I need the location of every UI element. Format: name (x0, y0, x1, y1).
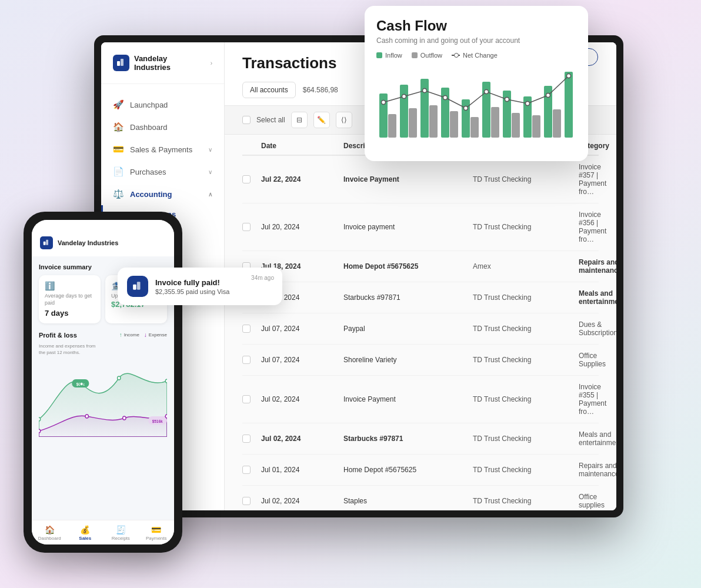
phone-header: Vandelay Industries (32, 220, 174, 256)
table-row[interactable]: Jul 07, 2024 Shoreline Variety TD Trust … (242, 345, 599, 376)
cell-description: Invoice Payment (343, 175, 473, 183)
phone-chart: $64k $516k (39, 360, 167, 437)
account-filter-dropdown[interactable]: All accounts (242, 82, 296, 98)
phone-nav-receipts[interactable]: 🧾 Receipts (103, 525, 139, 541)
table-row[interactable]: Jul 02, 2024 Staples TD Trust Checking O… (242, 486, 599, 510)
invoice-notification: Invoice fully paid! $2,355.95 paid using… (118, 268, 282, 305)
table-row[interactable]: Jul 07, 2024 Paypal TD Trust Checking Du… (242, 313, 599, 345)
table-row[interactable]: Jul 01, 2024 Home Depot #5675625 TD Trus… (242, 455, 599, 486)
sales-chevron-icon: ∨ (208, 146, 212, 153)
sidebar-item-sales[interactable]: 💳 Sales & Payments ∨ (101, 138, 224, 161)
action-icon-edit[interactable]: ✏️ (313, 112, 330, 128)
row-checkbox[interactable] (242, 395, 251, 403)
info-icon: ℹ️ (45, 281, 95, 290)
accounting-label: Accounting (130, 190, 172, 199)
cell-date: Jul 02, 2024 (261, 395, 343, 403)
cell-category: Meals and entertainment (579, 289, 616, 306)
sidebar-item-dashboard[interactable]: 🏠 Dashboard (101, 116, 224, 138)
sidebar-item-purchases[interactable]: 📄 Purchases ∨ (101, 161, 224, 183)
row-checkbox[interactable] (242, 497, 251, 505)
phone-frame: Vandelay Industries Invoice summary ℹ️ A… (24, 212, 182, 553)
phone-bottom-nav: 🏠 Dashboard 💰 Sales 🧾 Receipts 💳 Payment… (32, 520, 174, 544)
cell-account: TD Trust Checking (473, 325, 579, 333)
notification-body: $2,355.95 paid using Visa (155, 288, 229, 295)
cell-category: Meals and entertainment (579, 430, 616, 447)
dashboard-label: Dashboard (130, 123, 168, 132)
cell-account: TD Trust Checking (473, 466, 579, 474)
cell-description: Shoreline Variety (343, 356, 473, 364)
cashflow-legend: Inflow Outflow Net Change (376, 52, 576, 59)
profit-loss-section: Profit & loss Income and expenses from t… (39, 332, 167, 356)
svg-point-26 (485, 90, 489, 94)
notification-title: Invoice fully paid! (155, 278, 229, 287)
cashflow-popup: Cash Flow Cash coming in and going out o… (365, 6, 588, 161)
action-icon-more[interactable]: ⟨⟩ (336, 112, 352, 128)
sidebar-item-launchpad[interactable]: 🚀 Launchpad (101, 93, 224, 116)
cell-category: Invoice #357 | Payment fro… (579, 163, 606, 196)
table-row[interactable]: Jul 20, 2024 Invoice payment TD Trust Ch… (242, 203, 599, 251)
launchpad-icon: 🚀 (113, 99, 124, 110)
svg-rect-19 (553, 109, 561, 138)
cell-category: Repairs and maintenance (579, 258, 616, 275)
legend-outflow: Outflow (412, 52, 442, 59)
cell-account: TD Trust Checking (473, 356, 579, 364)
table-row[interactable]: Jul 18, 2024 Starbucks #97871 TD Trust C… (242, 282, 599, 313)
table-row[interactable]: Jul 18, 2024 Home Depot #5675625 Amex Re… (242, 251, 599, 282)
cashflow-title: Cash Flow (376, 18, 576, 34)
svg-point-24 (443, 96, 448, 100)
company-chevron-icon: › (211, 60, 212, 66)
phone-nav-payments[interactable]: 💳 Payments (139, 525, 175, 541)
svg-point-38 (165, 379, 167, 383)
svg-point-29 (546, 93, 550, 98)
cell-account: TD Trust Checking (473, 497, 579, 505)
svg-rect-3 (388, 114, 396, 138)
table-container: Date Description Account Category Jul 22… (225, 135, 616, 510)
avg-days-card: ℹ️ Average days to get paid 7 days (39, 275, 101, 323)
cell-date: Jul 07, 2024 (261, 325, 343, 333)
select-all-checkbox[interactable] (242, 116, 251, 124)
svg-point-27 (505, 98, 509, 102)
table-row[interactable]: Jul 22, 2024 Invoice Payment TD Trust Ch… (242, 156, 599, 203)
svg-point-37 (118, 376, 121, 380)
phone-nav-payments-label: Payments (146, 536, 167, 541)
cell-category: Dues & Subscriptions (579, 320, 616, 337)
sidebar-logo[interactable]: Vandelay Industries › (101, 54, 224, 84)
row-checkbox[interactable] (242, 325, 251, 333)
table-row[interactable]: Jul 02, 2024 Invoice Payment TD Trust Ch… (242, 376, 599, 423)
purchases-chevron-icon: ∨ (208, 169, 212, 175)
cell-date: Jul 01, 2024 (261, 466, 343, 474)
cell-description: Staples (343, 497, 473, 505)
svg-point-21 (382, 101, 386, 105)
svg-point-41 (39, 429, 41, 433)
cashflow-chart-svg (376, 67, 576, 143)
phone-nav-sales[interactable]: 💰 Sales (68, 525, 104, 541)
table-row[interactable]: Jul 02, 2024 Starbucks #97871 TD Trust C… (242, 423, 599, 455)
row-checkbox[interactable] (242, 466, 251, 474)
phone-nav-dashboard[interactable]: 🏠 Dashboard (32, 525, 68, 541)
cell-account: TD Trust Checking (473, 395, 579, 403)
row-checkbox[interactable] (242, 435, 251, 443)
sales-label: Sales & Payments (130, 145, 192, 154)
action-icon-delete[interactable]: ⊟ (291, 112, 308, 128)
row-checkbox[interactable] (242, 223, 251, 231)
row-checkbox[interactable] (242, 175, 251, 183)
cell-account: TD Trust Checking (473, 293, 579, 302)
profit-loss-subtitle: Income and expenses from the past 12 mon… (39, 343, 98, 356)
svg-rect-0 (117, 61, 120, 66)
accounting-chevron-icon: ∧ (208, 191, 212, 198)
svg-rect-46 (137, 282, 141, 290)
svg-point-43 (123, 416, 126, 420)
svg-rect-9 (450, 111, 458, 138)
row-checkbox[interactable] (242, 356, 251, 364)
legend-netchange: Net Change (452, 52, 498, 59)
svg-point-28 (526, 102, 530, 106)
phone-nav-receipts-icon: 🧾 (116, 525, 126, 534)
launchpad-label: Launchpad (130, 101, 168, 109)
svg-rect-13 (491, 107, 499, 138)
company-name: Vandelay Industries (134, 54, 206, 72)
table-rows: Jul 22, 2024 Invoice Payment TD Trust Ch… (242, 156, 599, 510)
sidebar-item-accounting[interactable]: ⚖️ Accounting ∧ (101, 183, 224, 205)
purchases-label: Purchases (130, 168, 166, 176)
cell-date: Jul 02, 2024 (261, 497, 343, 505)
phone-nav-payments-icon: 💳 (151, 525, 161, 534)
